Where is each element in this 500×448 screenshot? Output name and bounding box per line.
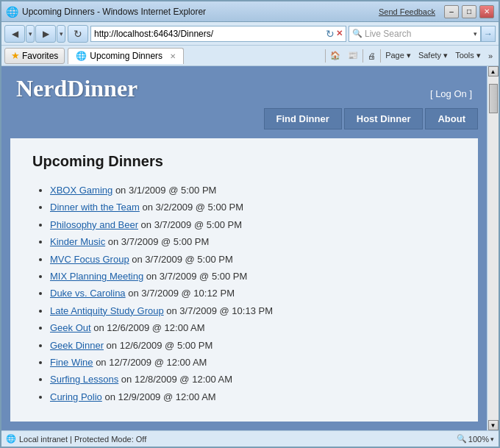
dinner-link[interactable]: MIX Planning Meeting <box>50 271 143 282</box>
title-bar-left: 🌐 Upcoming Dinners - Windows Internet Ex… <box>6 6 206 18</box>
stop-icon: ✕ <box>336 29 343 38</box>
list-item: Late Antiquity Study Group on 3/7/2009 @… <box>50 302 456 319</box>
dinner-details: on 3/2/2009 @ 5:00 PM <box>140 202 243 213</box>
dinner-details: on 12/8/2009 @ 12:00 AM <box>118 374 232 385</box>
refresh-button[interactable]: ↻ <box>68 25 88 43</box>
dinner-link[interactable]: Duke vs. Carolina <box>50 288 126 299</box>
nav-host-dinner[interactable]: Host Dinner <box>344 108 424 129</box>
dinner-details: on 3/7/2009 @ 5:00 PM <box>105 236 209 247</box>
status-bar: 🌐 Local intranet | Protected Mode: Off 🔍… <box>1 430 499 447</box>
scroll-up-button[interactable]: ▲ <box>488 66 499 77</box>
dinner-list: XBOX Gaming on 3/1/2009 @ 5:00 PMDinner … <box>32 182 456 405</box>
zoom-icon: 🔍 <box>457 434 467 444</box>
tools-button[interactable]: Tools ▾ <box>452 48 484 64</box>
dinner-details: on 12/9/2009 @ 12:00 AM <box>102 391 216 402</box>
page-heading: Upcoming Dinners <box>32 153 456 170</box>
list-item: Fine Wine on 12/7/2009 @ 12:00 AM <box>50 354 456 371</box>
scroll-area: NerdDinner [ Log On ] Find Dinner Host D… <box>1 66 499 430</box>
back-forward-group: ◀ ▾ ▶ ▾ <box>4 25 65 43</box>
status-left: 🌐 Local intranet | Protected Mode: Off <box>6 434 146 444</box>
minimize-button[interactable]: – <box>444 5 459 18</box>
nav-find-dinner[interactable]: Find Dinner <box>264 108 342 129</box>
search-dropdown-icon[interactable]: ▾ <box>474 30 477 38</box>
search-icon: 🔍 <box>352 29 362 38</box>
browser-icon: 🌐 <box>6 6 18 18</box>
search-go-button[interactable]: → <box>481 26 496 42</box>
back-dropdown[interactable]: ▾ <box>26 25 35 43</box>
refresh-icon: ↻ <box>326 28 335 40</box>
dinner-details: on 3/7/2009 @ 10:13 PM <box>164 305 273 316</box>
scroll-thumb[interactable] <box>489 84 498 113</box>
forward-button[interactable]: ▶ <box>35 25 56 43</box>
separator-1 <box>325 49 326 63</box>
dinner-details: on 3/7/2009 @ 5:00 PM <box>129 254 233 265</box>
dinner-link[interactable]: Surfing Lessons <box>50 374 118 385</box>
separator-3 <box>380 49 381 63</box>
tab-close-icon[interactable]: ✕ <box>170 52 176 60</box>
back-button[interactable]: ◀ <box>4 25 25 43</box>
list-item: Dinner with the Team on 3/2/2009 @ 5:00 … <box>50 199 456 216</box>
dinner-link[interactable]: Curing Polio <box>50 391 102 402</box>
list-item: Duke vs. Carolina on 3/7/2009 @ 10:12 PM <box>50 285 456 302</box>
dinner-details: on 3/7/2009 @ 10:12 PM <box>126 288 235 299</box>
favorites-button[interactable]: ★ Favorites <box>4 48 65 64</box>
title-bar: 🌐 Upcoming Dinners - Windows Internet Ex… <box>1 1 499 22</box>
home-button[interactable]: 🏠 <box>327 48 343 64</box>
dinner-link[interactable]: XBOX Gaming <box>50 185 113 196</box>
status-right: 🔍 100% ▾ <box>457 434 494 444</box>
close-button[interactable]: ✕ <box>479 5 494 18</box>
zoom-control[interactable]: 🔍 100% ▾ <box>457 434 494 444</box>
list-item: XBOX Gaming on 3/1/2009 @ 5:00 PM <box>50 182 456 199</box>
star-icon: ★ <box>11 50 20 61</box>
print-button[interactable]: 🖨 <box>365 48 379 64</box>
nav-bar: Find Dinner Host Dinner About <box>1 102 487 129</box>
address-input[interactable]: http://localhost:64643/Dinners/ ↻ ✕ <box>90 26 346 42</box>
list-item: MVC Focus Group on 3/7/2009 @ 5:00 PM <box>50 251 456 268</box>
toolbar-buttons: 🏠 📰 🖨 Page ▾ Safety ▾ Tools ▾ » <box>325 48 496 64</box>
search-area: 🔍 Live Search ▾ → <box>349 26 496 42</box>
dinner-link[interactable]: Dinner with the Team <box>50 202 140 213</box>
page-content: NerdDinner [ Log On ] Find Dinner Host D… <box>1 66 487 430</box>
dinner-details: on 12/6/2009 @ 12:00 AM <box>91 322 205 333</box>
scrollbar: ▲ ▼ <box>487 66 499 430</box>
dinner-details: on 12/7/2009 @ 12:00 AM <box>93 357 207 368</box>
send-feedback-link[interactable]: Send Feedback <box>379 7 435 16</box>
site-title: NerdDinner <box>16 75 138 102</box>
list-item: Curing Polio on 12/9/2009 @ 12:00 AM <box>50 388 456 405</box>
scroll-track[interactable] <box>488 77 499 420</box>
search-placeholder: Live Search <box>365 29 474 39</box>
dinner-details: on 3/7/2009 @ 5:00 PM <box>138 219 242 230</box>
zoom-level: 100% <box>468 435 489 444</box>
dinner-details: on 12/6/2009 @ 5:00 PM <box>104 340 213 351</box>
favorites-label: Favorites <box>22 51 58 61</box>
page-button[interactable]: Page ▾ <box>382 48 414 64</box>
nav-about[interactable]: About <box>425 108 478 129</box>
browser-tab[interactable]: 🌐 Upcoming Dinners ✕ <box>68 48 184 64</box>
dinner-link[interactable]: Philosophy and Beer <box>50 219 138 230</box>
login-link[interactable]: [ Log On ] <box>430 88 472 99</box>
list-item: Philosophy and Beer on 3/7/2009 @ 5:00 P… <box>50 216 456 233</box>
dinner-link[interactable]: MVC Focus Group <box>50 254 129 265</box>
site-header: NerdDinner [ Log On ] <box>1 66 487 102</box>
content-box: Upcoming Dinners XBOX Gaming on 3/1/2009… <box>10 138 478 422</box>
dinner-link[interactable]: Late Antiquity Study Group <box>50 305 164 316</box>
maximize-button[interactable]: □ <box>462 5 476 18</box>
more-button[interactable]: » <box>485 48 496 64</box>
forward-dropdown[interactable]: ▾ <box>57 25 65 43</box>
dinner-link[interactable]: Geek Dinner <box>50 340 104 351</box>
search-input[interactable]: 🔍 Live Search ▾ <box>349 26 481 42</box>
tab-icon: 🌐 <box>76 51 87 61</box>
window-title: Upcoming Dinners - Windows Internet Expl… <box>22 7 206 17</box>
feeds-button[interactable]: 📰 <box>345 48 361 64</box>
browser-window: 🌐 Upcoming Dinners - Windows Internet Ex… <box>0 0 500 448</box>
zone-text: Local intranet | Protected Mode: Off <box>19 435 146 444</box>
scroll-down-button[interactable]: ▼ <box>488 420 499 430</box>
list-item: MIX Planning Meeting on 3/7/2009 @ 5:00 … <box>50 268 456 285</box>
main-area: NerdDinner [ Log On ] Find Dinner Host D… <box>1 66 499 447</box>
dinner-link[interactable]: Fine Wine <box>50 357 93 368</box>
globe-icon: 🌐 <box>6 434 16 444</box>
list-item: Surfing Lessons on 12/8/2009 @ 12:00 AM <box>50 371 456 388</box>
safety-button[interactable]: Safety ▾ <box>415 48 451 64</box>
dinner-link[interactable]: Geek Out <box>50 322 91 333</box>
dinner-link[interactable]: Kinder Music <box>50 236 105 247</box>
